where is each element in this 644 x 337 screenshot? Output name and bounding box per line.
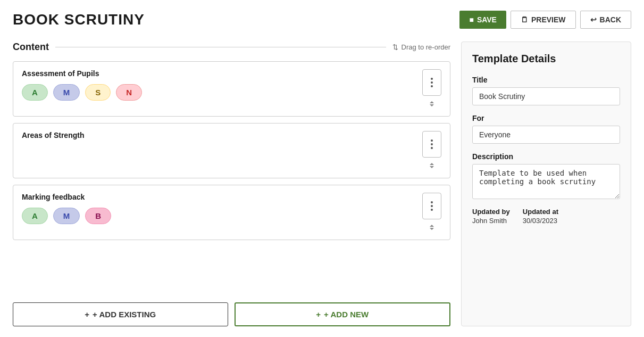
for-field-label: For xyxy=(472,114,620,122)
badge-s-1: S xyxy=(85,84,111,101)
title-field-label: Title xyxy=(472,76,620,84)
card-menu-button-3[interactable] xyxy=(422,193,441,219)
badge-m-3: M xyxy=(53,208,80,224)
badge-a-3: A xyxy=(22,208,48,224)
table-row: Marking feedback A M B xyxy=(13,185,450,240)
add-existing-button[interactable]: + + ADD EXISTING xyxy=(13,302,228,326)
updated-info-row: Updated by John Smith Updated at 30/03/2… xyxy=(472,208,620,225)
content-section: Content ⇅ Drag to re-order Assessment of… xyxy=(13,42,450,326)
updated-at-value: 30/03/2023 xyxy=(523,217,558,225)
badge-n-1: N xyxy=(116,84,142,101)
updated-at-label: Updated at xyxy=(523,208,558,216)
badge-b-3: B xyxy=(85,208,111,224)
updated-by-group: Updated by John Smith xyxy=(472,208,510,225)
card-actions-2 xyxy=(422,131,441,170)
panel-title: Template Details xyxy=(472,53,620,65)
badge-m-1: M xyxy=(53,84,80,101)
card-body-3: Marking feedback A M B xyxy=(22,193,416,224)
badge-row-1: A M S N xyxy=(22,84,416,101)
card-actions-1 xyxy=(422,69,441,109)
for-input[interactable] xyxy=(472,126,620,144)
template-panel: Template Details Title For Description U… xyxy=(461,42,631,326)
save-icon: ■ xyxy=(469,15,473,24)
preview-icon: 🗒 xyxy=(521,15,528,24)
card-title-2: Areas of Strength xyxy=(22,131,416,139)
badge-a-1: A xyxy=(22,84,48,101)
back-button[interactable]: ↩ BACK xyxy=(580,11,631,29)
title-field-group: Title xyxy=(472,76,620,105)
table-row: Assessment of Pupils A M S N xyxy=(13,61,450,117)
card-body-1: Assessment of Pupils A M S N xyxy=(22,69,416,101)
page-title: BOOK SCRUTINY xyxy=(13,11,145,28)
updated-at-group: Updated at 30/03/2023 xyxy=(523,208,558,225)
card-menu-button-1[interactable] xyxy=(422,69,441,96)
bottom-actions: + + ADD EXISTING + + ADD NEW xyxy=(13,302,450,326)
card-reorder-button-2[interactable] xyxy=(426,161,438,170)
description-textarea[interactable] xyxy=(472,164,620,199)
table-row: Areas of Strength xyxy=(13,123,450,178)
card-actions-3 xyxy=(422,193,441,232)
description-field-group: Description xyxy=(472,152,620,199)
page-header: BOOK SCRUTINY ■ SAVE 🗒 PREVIEW ↩ BACK xyxy=(13,11,631,29)
add-new-plus-icon: + xyxy=(316,310,321,319)
card-reorder-button-1[interactable] xyxy=(426,99,438,109)
badge-row-3: A M B xyxy=(22,208,416,224)
back-icon: ↩ xyxy=(590,15,597,24)
updated-by-value: John Smith xyxy=(472,217,510,225)
content-header: Content ⇅ Drag to re-order xyxy=(13,42,450,53)
for-field-group: For xyxy=(472,114,620,144)
drag-icon: ⇅ xyxy=(392,43,398,51)
card-title-1: Assessment of Pupils xyxy=(22,69,416,78)
drag-reorder-label: ⇅ Drag to re-order xyxy=(392,43,450,51)
title-input[interactable] xyxy=(472,87,620,105)
card-reorder-button-3[interactable] xyxy=(426,223,438,232)
header-actions: ■ SAVE 🗒 PREVIEW ↩ BACK xyxy=(459,11,631,29)
updated-by-label: Updated by xyxy=(472,208,510,216)
add-new-button[interactable]: + + ADD NEW xyxy=(235,302,451,326)
preview-button[interactable]: 🗒 PREVIEW xyxy=(511,11,576,29)
card-title-3: Marking feedback xyxy=(22,193,416,201)
card-menu-button-2[interactable] xyxy=(422,131,441,158)
cards-area: Assessment of Pupils A M S N xyxy=(13,61,450,295)
main-layout: Content ⇅ Drag to re-order Assessment of… xyxy=(13,42,631,326)
save-button[interactable]: ■ SAVE xyxy=(459,11,506,29)
content-divider xyxy=(55,47,386,47)
add-existing-plus-icon: + xyxy=(85,310,89,319)
content-title: Content xyxy=(13,42,49,53)
card-body-2: Areas of Strength xyxy=(22,131,416,146)
description-field-label: Description xyxy=(472,152,620,161)
